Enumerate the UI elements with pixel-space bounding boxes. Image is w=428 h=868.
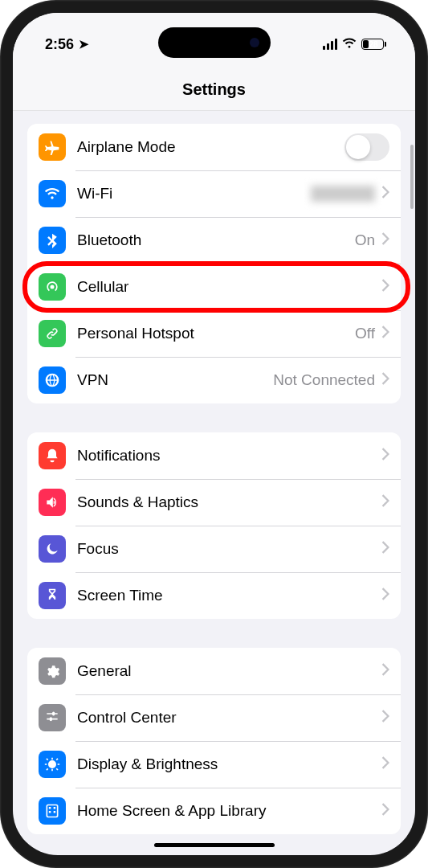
row-home-screen[interactable]: Home Screen & App Library <box>27 788 401 834</box>
chevron-right-icon <box>381 448 389 464</box>
hotspot-value: Off <box>355 325 375 342</box>
row-label: Home Screen & App Library <box>77 802 381 820</box>
status-time: 2:56 <box>45 36 74 53</box>
sliders-icon <box>39 704 66 731</box>
row-label: Personal Hotspot <box>77 325 355 342</box>
row-label: VPN <box>77 371 273 389</box>
chevron-right-icon <box>381 541 389 557</box>
section-alerts: Notifications Sounds & Haptics <box>27 432 401 619</box>
row-label: Screen Time <box>77 587 381 604</box>
wifi-status-icon <box>342 37 357 51</box>
row-label: Control Center <box>77 709 381 727</box>
row-sounds-haptics[interactable]: Sounds & Haptics <box>27 479 401 526</box>
link-icon <box>39 320 66 347</box>
row-personal-hotspot[interactable]: Personal Hotspot Off <box>27 310 401 357</box>
airplane-mode-toggle[interactable] <box>344 133 389 161</box>
home-indicator[interactable] <box>154 843 275 847</box>
row-label: Notifications <box>77 447 381 465</box>
chevron-right-icon <box>381 494 389 510</box>
chevron-right-icon <box>381 326 389 342</box>
chevron-right-icon <box>381 756 389 772</box>
row-label: Focus <box>77 540 381 558</box>
row-airplane-mode[interactable]: Airplane Mode <box>27 124 401 170</box>
row-label: Cellular <box>77 278 381 296</box>
row-focus[interactable]: Focus <box>27 526 401 572</box>
location-arrow-icon: ➤ <box>79 37 89 51</box>
svg-rect-3 <box>49 811 51 813</box>
globe-icon <box>39 366 66 394</box>
dynamic-island <box>158 27 271 58</box>
wifi-network-value <box>311 186 375 202</box>
chevron-right-icon <box>381 663 389 679</box>
chevron-right-icon <box>381 279 389 295</box>
battery-icon: 28 <box>361 39 386 50</box>
moon-icon <box>39 535 66 563</box>
chevron-right-icon <box>381 710 389 726</box>
row-general[interactable]: General <box>27 648 401 694</box>
phone-frame: 2:56 ➤ 28 Settings <box>0 0 428 868</box>
gear-icon <box>39 657 66 685</box>
screen: 2:56 ➤ 28 Settings <box>13 13 415 855</box>
svg-rect-1 <box>49 807 51 809</box>
row-wifi[interactable]: Wi-Fi <box>27 170 401 217</box>
front-camera <box>250 38 259 47</box>
row-label: Airplane Mode <box>77 138 344 156</box>
row-vpn[interactable]: VPN Not Connected <box>27 357 401 403</box>
bell-icon <box>39 442 66 469</box>
row-label: General <box>77 662 381 680</box>
row-label: Sounds & Haptics <box>77 493 381 511</box>
row-cellular[interactable]: Cellular <box>27 264 401 310</box>
row-screen-time[interactable]: Screen Time <box>27 572 401 619</box>
row-label: Display & Brightness <box>77 755 381 773</box>
hourglass-icon <box>39 582 66 609</box>
svg-rect-4 <box>54 811 56 813</box>
row-bluetooth[interactable]: Bluetooth On <box>27 217 401 264</box>
bluetooth-value: On <box>355 231 375 249</box>
content-scroll[interactable]: Airplane Mode Wi-Fi <box>13 111 415 855</box>
chevron-right-icon <box>381 232 389 248</box>
chevron-right-icon <box>381 588 389 604</box>
row-label: Bluetooth <box>77 231 355 249</box>
svg-rect-2 <box>54 807 56 809</box>
airplane-icon <box>39 133 66 161</box>
speaker-icon <box>39 489 66 516</box>
row-control-center[interactable]: Control Center <box>27 694 401 741</box>
chevron-right-icon <box>381 803 389 819</box>
row-label: Wi-Fi <box>77 185 311 203</box>
cellular-signal-icon <box>323 39 337 50</box>
section-general: General Control Center <box>27 648 401 834</box>
chevron-right-icon <box>381 186 389 202</box>
row-display-brightness[interactable]: Display & Brightness <box>27 741 401 788</box>
row-notifications[interactable]: Notifications <box>27 432 401 479</box>
chevron-right-icon <box>381 372 389 388</box>
svg-rect-0 <box>47 805 57 817</box>
section-network: Airplane Mode Wi-Fi <box>27 124 401 403</box>
toggle-knob <box>346 135 370 159</box>
bluetooth-icon <box>39 227 66 254</box>
antenna-icon <box>39 273 66 301</box>
grid-icon <box>39 797 66 825</box>
wifi-icon <box>39 180 66 207</box>
battery-percent: 28 <box>363 40 384 49</box>
sun-icon <box>39 751 66 778</box>
vpn-value: Not Connected <box>273 371 375 389</box>
